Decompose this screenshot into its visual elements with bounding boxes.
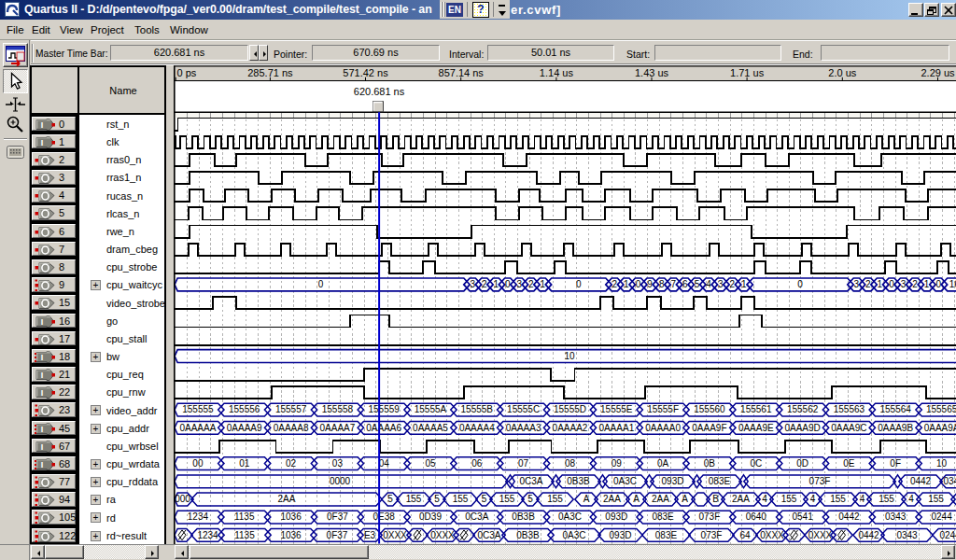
svg-text:155: 155 (547, 494, 563, 504)
svg-text:083E: 083E (655, 530, 678, 540)
svg-text:A: A (682, 494, 688, 504)
svg-text:000: 000 (175, 494, 190, 504)
svg-text:155563: 155563 (834, 404, 865, 414)
svg-text:2AA: 2AA (732, 494, 750, 504)
svg-text:04: 04 (379, 458, 390, 469)
svg-text:A: A (633, 494, 640, 504)
svg-text:1234: 1234 (197, 530, 218, 540)
svg-text:03: 03 (332, 458, 344, 469)
svg-text:1.71 us: 1.71 us (730, 67, 765, 78)
svg-text:0D: 0D (796, 458, 808, 469)
svg-text:0640: 0640 (746, 511, 767, 522)
svg-text:2AA: 2AA (652, 494, 669, 504)
svg-text:00: 00 (192, 458, 204, 469)
svg-text:155561: 155561 (740, 404, 772, 414)
svg-text:1.43 us: 1.43 us (635, 67, 669, 78)
svg-text:2.29 us: 2.29 us (921, 67, 955, 78)
svg-text:155565: 155565 (926, 404, 956, 414)
svg-text:0B: 0B (704, 458, 716, 469)
svg-text:0C3A: 0C3A (519, 476, 542, 486)
svg-text:073F: 073F (809, 476, 831, 486)
svg-text:0XXX: 0XXX (430, 530, 455, 540)
svg-text:0C3A: 0C3A (465, 511, 488, 522)
svg-text:5: 5 (482, 494, 487, 504)
svg-text:2.0 us: 2.0 us (828, 67, 856, 78)
svg-text:0343: 0343 (943, 476, 956, 486)
svg-text:15555C: 15555C (507, 404, 540, 414)
svg-text:15555B: 15555B (461, 404, 494, 414)
svg-text:5: 5 (434, 494, 440, 504)
svg-text:0F37: 0F37 (327, 511, 348, 522)
svg-text:0C3A: 0C3A (477, 530, 500, 540)
svg-text:0B3B: 0B3B (567, 476, 590, 486)
svg-text:0A3C: 0A3C (558, 511, 582, 522)
svg-text:093D: 093D (610, 530, 632, 540)
svg-text:083E: 083E (709, 476, 731, 486)
svg-text:0D39: 0D39 (419, 511, 442, 522)
svg-text:09: 09 (612, 458, 623, 469)
svg-text:0: 0 (576, 279, 582, 289)
svg-text:0AAA9F: 0AAA9F (692, 423, 726, 433)
svg-text:1135: 1135 (234, 511, 255, 522)
svg-text:0AAA9E: 0AAA9E (738, 423, 774, 433)
svg-text:0442: 0442 (910, 476, 932, 486)
svg-text:0AAAAA: 0AAAAA (179, 423, 216, 433)
svg-text:0: 0 (318, 279, 324, 289)
svg-text:0AAAA7: 0AAAA7 (319, 423, 355, 433)
svg-text:15555F: 15555F (647, 404, 679, 414)
svg-text:093D: 093D (605, 511, 627, 522)
svg-text:155558: 155558 (322, 404, 354, 414)
svg-text:073F: 073F (699, 511, 721, 522)
svg-text:155: 155 (453, 494, 469, 504)
svg-text:0AAAA8: 0AAAA8 (274, 423, 309, 433)
svg-text:0343: 0343 (885, 511, 907, 522)
svg-text:01: 01 (239, 458, 250, 469)
svg-text:0A: 0A (657, 458, 669, 469)
svg-text:0AAA9A: 0AAA9A (924, 423, 956, 433)
svg-text:15555A: 15555A (415, 404, 447, 414)
svg-text:06: 06 (471, 458, 483, 469)
svg-text:155559: 155559 (369, 404, 401, 414)
svg-text:0AAAA3: 0AAAA3 (506, 423, 541, 433)
svg-text:0244: 0244 (931, 511, 952, 522)
svg-text:155556: 155556 (229, 404, 260, 414)
svg-text:0AAA9B: 0AAA9B (878, 423, 913, 433)
svg-text:155557: 155557 (275, 404, 307, 414)
svg-text:10: 10 (564, 351, 575, 361)
svg-text:A: A (583, 494, 590, 504)
svg-text:0C: 0C (750, 458, 762, 469)
svg-text:64: 64 (739, 530, 751, 540)
svg-text:0AAAA5: 0AAAA5 (413, 423, 448, 433)
svg-text:0: 0 (797, 279, 803, 289)
svg-text:B: B (712, 494, 719, 504)
svg-text:155: 155 (879, 494, 894, 504)
svg-text:0AAAA9: 0AAAA9 (227, 423, 262, 433)
svg-text:0AAAA0: 0AAAA0 (645, 423, 681, 433)
svg-text:4: 4 (860, 494, 865, 504)
svg-text:0541: 0541 (792, 511, 813, 522)
svg-text:08: 08 (565, 458, 576, 469)
svg-text:07: 07 (518, 458, 529, 469)
svg-text:05: 05 (425, 458, 436, 469)
svg-text:4: 4 (908, 494, 914, 504)
svg-text:620.681 ns: 620.681 ns (354, 86, 405, 97)
svg-text:0XXX: 0XXX (808, 530, 833, 540)
svg-text:0AAAA6: 0AAAA6 (366, 423, 401, 433)
svg-text:155562: 155562 (787, 404, 819, 414)
svg-text:15555E: 15555E (600, 404, 633, 414)
svg-text:5: 5 (527, 494, 533, 504)
svg-text:16: 16 (949, 279, 956, 289)
svg-text:083E: 083E (652, 511, 674, 522)
svg-text:1234: 1234 (188, 511, 209, 522)
svg-text:155564: 155564 (880, 404, 912, 414)
svg-text:155: 155 (499, 494, 515, 504)
svg-text:4: 4 (762, 494, 767, 504)
svg-text:0XXX: 0XXX (383, 530, 407, 540)
svg-text:0AAAA4: 0AAAA4 (459, 423, 495, 433)
svg-text:0000: 0000 (330, 476, 351, 486)
svg-text:0AAAA2: 0AAAA2 (553, 423, 588, 433)
svg-text:1036: 1036 (280, 511, 302, 522)
svg-text:0F37: 0F37 (327, 530, 348, 540)
svg-text:0AAA9C: 0AAA9C (831, 423, 866, 433)
svg-text:155: 155 (406, 494, 422, 504)
